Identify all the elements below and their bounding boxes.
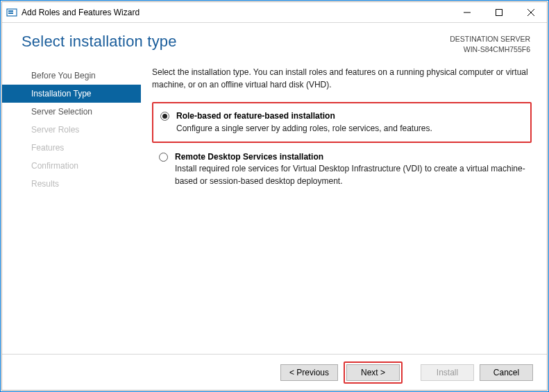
option-body: Role-based or feature-based installation… [176, 110, 525, 135]
intro-text: Select the installation type. You can in… [152, 67, 532, 91]
step-before-you-begin[interactable]: Before You Begin [2, 67, 141, 85]
install-button: Install [421, 364, 474, 381]
option-desc: Configure a single server by adding role… [176, 123, 525, 135]
server-manager-icon [6, 7, 17, 18]
svg-rect-4 [496, 9, 502, 15]
radio-remote-desktop[interactable] [159, 153, 168, 162]
step-confirmation: Confirmation [2, 157, 141, 175]
radio-role-based[interactable] [160, 112, 169, 121]
wizard-window: Add Roles and Features Wizard Select ins… [1, 1, 548, 391]
step-server-selection[interactable]: Server Selection [2, 103, 141, 121]
steps-sidebar: Before You Begin Installation Type Serve… [2, 60, 141, 354]
svg-rect-1 [8, 10, 13, 12]
step-server-roles: Server Roles [2, 121, 141, 139]
page-title: Select installation type [22, 33, 450, 51]
step-results: Results [2, 175, 141, 193]
titlebar: Add Roles and Features Wizard [2, 2, 547, 23]
next-button[interactable]: Next > [346, 364, 400, 381]
step-installation-type[interactable]: Installation Type [2, 85, 141, 103]
main-content: Select the installation type. You can in… [141, 60, 547, 354]
maximize-button[interactable] [483, 2, 515, 22]
option-title: Role-based or feature-based installation [176, 110, 525, 122]
option-title: Remote Desktop Services installation [175, 151, 526, 163]
destination-value: WIN-S84CMH755F6 [450, 44, 530, 55]
option-role-based[interactable]: Role-based or feature-based installation… [152, 102, 532, 143]
close-button[interactable] [515, 2, 547, 22]
option-remote-desktop[interactable]: Remote Desktop Services installation Ins… [152, 144, 532, 194]
svg-rect-2 [8, 12, 13, 14]
next-button-highlight: Next > [344, 361, 403, 384]
minimize-button[interactable] [451, 2, 483, 22]
destination-label: DESTINATION SERVER [450, 34, 530, 44]
header: Select installation type DESTINATION SER… [2, 23, 547, 60]
option-body: Remote Desktop Services installation Ins… [175, 151, 526, 187]
window-title: Add Roles and Features Wizard [22, 8, 451, 17]
step-features: Features [2, 139, 141, 157]
option-desc: Install required role services for Virtu… [175, 163, 526, 187]
destination-server-box: DESTINATION SERVER WIN-S84CMH755F6 [450, 33, 530, 54]
cancel-button[interactable]: Cancel [480, 364, 533, 381]
previous-button[interactable]: < Previous [280, 364, 338, 381]
footer: < Previous Next > Install Cancel [2, 354, 547, 390]
